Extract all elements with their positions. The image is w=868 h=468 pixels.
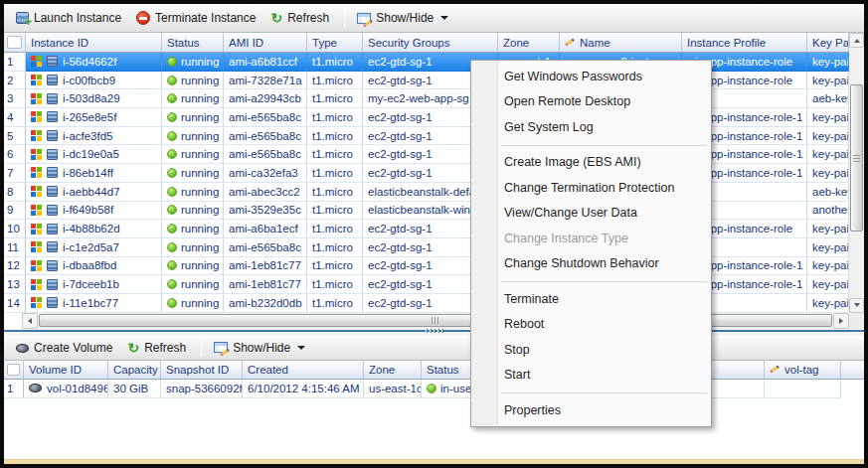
select-all-corner[interactable] (4, 33, 26, 53)
context-menu-item[interactable]: Change Shutdown Behavior (471, 251, 711, 277)
status-cell: running (162, 108, 224, 127)
horizontal-scrollbar[interactable] (22, 313, 849, 329)
scroll-right-button[interactable] (833, 313, 849, 329)
instance-id-cell: i-c1e2d5a7 (26, 238, 162, 257)
instance-id-cell: i-f649b58f (26, 202, 162, 221)
type-cell: t1.micro (307, 72, 363, 90)
instance-row[interactable]: 1 i-56d4662f running ami-a6b81ccf t1.mic… (4, 53, 849, 72)
panel-splitter[interactable] (4, 329, 864, 336)
row-filler (841, 380, 864, 398)
ami-id-cell: ami-b232d0db (224, 294, 307, 313)
type-cell: t1.micro (307, 202, 363, 221)
col-header-snapshot-id[interactable]: Snapshot ID (161, 361, 243, 380)
horizontal-scrollbar-thumb[interactable] (39, 314, 832, 327)
key-pair-cell: another (807, 202, 849, 221)
col-header-ami-id[interactable]: AMI ID (224, 33, 307, 53)
key-pair-cell: key-pai (807, 220, 849, 238)
arrow-right-icon (839, 318, 843, 324)
key-pair-cell: aeb-key (807, 89, 849, 108)
context-menu-item[interactable]: View/Change User Data (471, 201, 711, 227)
refresh-button[interactable]: ↻ Refresh (264, 9, 338, 27)
col-header-volume-id[interactable]: Volume ID (24, 361, 108, 380)
col-header-zone[interactable]: Zone (498, 33, 560, 53)
row-number: 3 (4, 89, 26, 108)
empty-area (4, 398, 864, 459)
context-menu-item[interactable]: Change Termination Protection (471, 175, 711, 201)
select-all-corner[interactable] (4, 361, 24, 380)
linux-instance-icon (47, 130, 58, 141)
col-header-vol-tag[interactable]: vol-tag (765, 361, 841, 380)
ami-id-cell: ami-a6ba1ecf (224, 220, 307, 238)
col-header-name[interactable]: Name (560, 33, 682, 53)
terminate-instance-button[interactable]: Terminate Instance (130, 9, 264, 27)
instance-row[interactable]: 3 i-503d8a29 running ami-a29943cb t1.mic… (4, 89, 849, 108)
context-menu-item[interactable]: Create Image (EBS AMI) (471, 150, 711, 176)
col-header-created[interactable]: Created (243, 361, 364, 380)
context-menu-item[interactable]: Get Windows Passwords (471, 64, 711, 89)
volumes-refresh-button[interactable]: ↻ Refresh (121, 339, 195, 357)
col-header-key-pair[interactable]: Key Pair (807, 33, 849, 53)
vertical-scrollbar-thumb[interactable] (850, 84, 863, 232)
status-cell: running (162, 238, 224, 257)
windows-os-icon (31, 130, 42, 141)
running-status-icon (167, 76, 177, 85)
context-menu-item[interactable]: Stop (471, 337, 711, 363)
instance-row[interactable]: 7 i-86eb14ff running ami-ca32efa3 t1.mic… (4, 164, 849, 183)
instance-row[interactable]: 10 i-4b88b62d running ami-a6ba1ecf t1.mi… (4, 220, 849, 238)
row-number: 12 (4, 257, 26, 276)
ami-id-cell: ami-e565ba8c (224, 145, 307, 164)
show-hide-dropdown[interactable]: Show/Hide (351, 9, 457, 27)
context-menu-item[interactable]: Properties (471, 397, 711, 423)
col-header-capacity[interactable]: Capacity (108, 361, 161, 380)
running-status-icon (167, 168, 177, 178)
context-menu-item-label: View/Change User Data (504, 206, 637, 220)
instance-row[interactable]: 8 i-aebb44d7 running ami-abec3cc2 t1.mic… (4, 183, 849, 202)
windows-os-icon (31, 241, 42, 252)
running-status-icon (167, 205, 177, 215)
instance-row[interactable]: 11 i-c1e2d5a7 running ami-e565ba8c t1.mi… (4, 238, 849, 257)
volumes-show-hide-dropdown[interactable]: Show/Hide (208, 339, 314, 357)
instance-id-cell: i-503d8a29 (26, 89, 162, 108)
launch-instance-button[interactable]: Launch Instance (10, 9, 130, 27)
instance-row[interactable]: 6 i-dc19e0a5 running ami-e565ba8c t1.mic… (4, 145, 849, 164)
vertical-scrollbar[interactable] (849, 33, 864, 313)
scroll-up-button[interactable] (849, 33, 864, 48)
context-menu-item[interactable]: Get System Log (471, 114, 711, 140)
volume-id-cell: vol-01d8496f (24, 380, 108, 398)
instance-row[interactable]: 4 i-265e8e5f running ami-e565ba8c t1.mic… (4, 108, 849, 127)
col-header-volume-zone[interactable]: Zone (364, 361, 422, 380)
context-menu-item[interactable]: Reboot (471, 312, 711, 338)
ami-id-cell: ami-a6b81ccf (224, 53, 307, 72)
col-header-instance-profile[interactable]: Instance Profile (682, 33, 807, 53)
status-cell: running (162, 275, 224, 294)
volume-row[interactable]: 1 vol-01d8496f 30 GiB snap-5366092f 6/10… (4, 380, 864, 398)
col-header-instance-id[interactable]: Instance ID (26, 33, 162, 53)
type-cell: t1.micro (307, 257, 363, 276)
context-menu-item[interactable]: Terminate (471, 286, 711, 312)
instance-row[interactable]: 9 i-f649b58f running ami-3529e35c t1.mic… (4, 202, 849, 221)
ami-id-cell: ami-e565ba8c (224, 127, 307, 146)
create-volume-button[interactable]: Create Volume (10, 339, 121, 357)
instance-row[interactable]: 5 i-acfe3fd5 running ami-e565ba8c t1.mic… (4, 127, 849, 146)
instance-row[interactable]: 13 i-7dceeb1b running ami-1eb81c77 t1.mi… (4, 275, 849, 294)
key-pair-cell: key-pai (807, 72, 849, 90)
instance-row[interactable]: 2 i-c00fbcb9 running ami-7328e71a t1.mic… (4, 72, 849, 90)
col-header-name-label: Name (580, 37, 610, 49)
scroll-left-button[interactable] (22, 313, 38, 329)
ami-id-cell: ami-1eb81c77 (224, 275, 307, 294)
instance-row[interactable]: 14 i-11e1bc77 running ami-b232d0db t1.mi… (4, 294, 849, 313)
windows-os-icon (31, 297, 42, 308)
col-header-status[interactable]: Status (162, 33, 224, 53)
instance-row[interactable]: 12 i-dbaa8fbd running ami-1eb81c77 t1.mi… (4, 257, 849, 276)
context-menu-item[interactable]: Start (471, 363, 711, 389)
linux-instance-icon (47, 279, 58, 290)
scroll-down-button[interactable] (849, 298, 864, 313)
col-header-type[interactable]: Type (307, 33, 363, 53)
context-menu-item (471, 388, 711, 397)
context-menu-item-label: Open Remote Desktop (504, 94, 630, 108)
context-menu-item[interactable]: Open Remote Desktop (471, 89, 711, 115)
launch-instance-icon (16, 12, 29, 24)
created-cell: 6/10/2012 4:15:46 AM (243, 380, 364, 398)
show-hide-label: Show/Hide (376, 11, 434, 25)
col-header-security-groups[interactable]: Security Groups (363, 33, 498, 53)
